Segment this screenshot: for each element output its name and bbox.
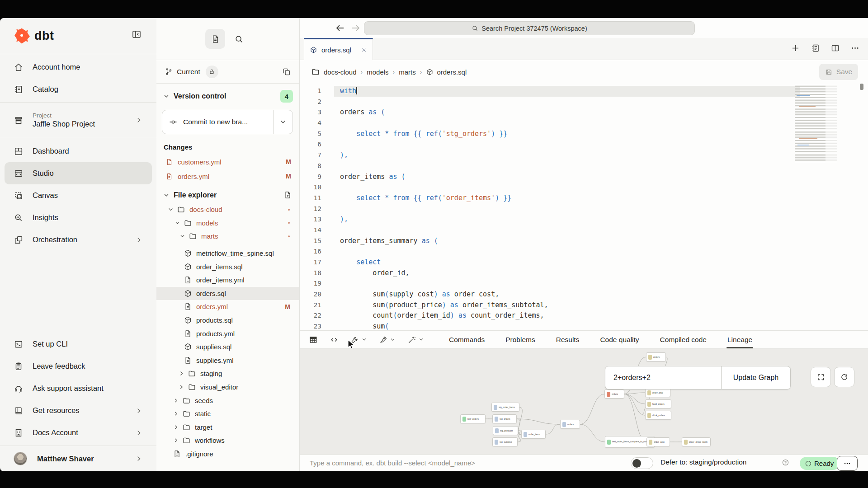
lineage-node[interactable]: drink_orders [645, 411, 671, 420]
tree-row[interactable]: target [156, 421, 299, 434]
code-line[interactable]: 8 [300, 161, 868, 172]
new-file-icon[interactable] [283, 191, 292, 199]
tree-row[interactable]: visual_editor [156, 380, 299, 394]
tree-row[interactable]: orders.yml M [156, 300, 299, 314]
lineage-node[interactable]: orders [560, 420, 580, 429]
new-tab-icon[interactable] [791, 43, 800, 53]
ai-fix-button[interactable] [407, 335, 424, 344]
tree-row[interactable]: models ● [156, 216, 299, 230]
bottom-panel-tab[interactable]: Results [556, 331, 580, 348]
help-icon[interactable] [782, 459, 789, 466]
tree-row[interactable]: .gitignore [156, 447, 299, 461]
lineage-node[interactable]: order_cost [646, 437, 670, 446]
code-line[interactable]: 1with [300, 86, 868, 97]
code-line[interactable]: 10 [300, 182, 868, 193]
tree-row[interactable]: orders.sql [156, 287, 299, 300]
breadcrumb-file[interactable]: orders.sql [426, 68, 467, 76]
lineage-node[interactable]: orders [604, 389, 624, 399]
defer-toggle[interactable] [631, 457, 653, 469]
code-line[interactable]: 13), [300, 214, 868, 225]
copy-icon[interactable] [282, 67, 291, 76]
code-editor[interactable]: 1with23orders as (45 select * from {{ re… [300, 84, 868, 330]
code-line[interactable]: 23 sum( [300, 321, 868, 330]
tree-row[interactable]: order_items.sql [156, 260, 299, 273]
code-line[interactable]: 20 sum(supply_cost) as order_cost, [300, 289, 868, 300]
bottom-panel-tab[interactable]: Lineage [727, 331, 752, 348]
lineage-node[interactable]: order_items [521, 430, 546, 439]
lineage-panel[interactable]: raw_ordersstg_order_itemsstg_ordersstg_p… [300, 349, 868, 455]
tree-row[interactable]: metricflow_time_spine.sql [156, 247, 299, 260]
sidebar-item[interactable]: Set up CLI [5, 333, 152, 355]
tree-row[interactable]: staging [156, 367, 299, 380]
forward-arrow-icon[interactable] [350, 23, 361, 33]
collapse-sidebar-icon[interactable] [131, 29, 142, 40]
sidebar-item[interactable]: Docs Account [5, 422, 152, 444]
build-tools-button[interactable] [350, 335, 367, 344]
tab-orders-sql[interactable]: orders.sql [304, 38, 373, 60]
code-line[interactable]: 17 select [300, 257, 868, 268]
bottom-panel-tab[interactable]: Code quality [600, 331, 639, 348]
minimap[interactable] [795, 85, 837, 163]
commit-button[interactable]: Commit to new bra... [162, 110, 293, 134]
code-line[interactable]: 2 [300, 97, 868, 108]
breadcrumb-item[interactable]: models › [367, 68, 399, 76]
code-line[interactable]: 3orders as ( [300, 107, 868, 118]
branch-row[interactable]: Current [156, 60, 299, 84]
tree-row[interactable]: seeds [156, 394, 299, 407]
commit-options-button[interactable] [274, 118, 292, 126]
lineage-fullscreen-button[interactable] [811, 367, 831, 387]
tree-row[interactable]: docs-cloud ● [156, 203, 299, 216]
changed-file-row[interactable]: customers.yml M [156, 155, 299, 169]
code-line[interactable]: 18 order_id, [300, 268, 868, 279]
code-line[interactable]: 22 count(order_item_id) as count_order_i… [300, 310, 868, 321]
search-view-button[interactable] [231, 32, 246, 46]
more-actions-button[interactable] [837, 456, 858, 471]
update-graph-button[interactable]: Update Graph [721, 366, 790, 389]
split-editor-icon[interactable] [830, 43, 840, 53]
notebook-icon[interactable] [811, 43, 820, 53]
breadcrumb-item[interactable]: docs-cloud › [324, 68, 367, 76]
sidebar-item[interactable]: Canvas [5, 184, 152, 206]
lineage-node[interactable]: order_total [645, 388, 670, 397]
code-line[interactable]: 21 sum(product_price) as order_items_sub… [300, 300, 868, 311]
results-table-button[interactable] [309, 335, 318, 344]
command-input[interactable]: Type a command, ex. dbt build --select <… [310, 459, 475, 467]
code-line[interactable]: 4 [300, 118, 868, 129]
code-line[interactable]: 5 select * from {{ ref('stg_orders') }} [300, 129, 868, 140]
sidebar-item[interactable]: Studio [5, 162, 152, 184]
lineage-node[interactable]: stg_products [493, 426, 518, 435]
lineage-node[interactable]: order_gross_profit [682, 437, 711, 446]
lineage-refresh-button[interactable] [834, 367, 854, 387]
code-line[interactable]: 15order_items_summary as ( [300, 236, 868, 247]
code-line[interactable]: 16 [300, 246, 868, 257]
version-control-header[interactable]: Version control 4 [156, 84, 299, 107]
code-line[interactable]: 7), [300, 150, 868, 161]
search-input[interactable]: Search Project 372475 (Workspace) [364, 21, 695, 35]
sidebar-item[interactable]: Get resources [5, 399, 152, 422]
more-options-icon[interactable] [850, 43, 860, 53]
lineage-selector-input[interactable]: 2+orders+2 [605, 366, 721, 389]
sidebar-item[interactable]: Dashboard [5, 140, 152, 162]
code-line[interactable]: 9order_items as ( [300, 172, 868, 183]
lineage-node[interactable]: food_orders [645, 399, 671, 408]
tree-row[interactable]: order_items.yml [156, 273, 299, 287]
tree-row[interactable]: products.sql [156, 314, 299, 327]
code-line[interactable]: 6 [300, 139, 868, 150]
tree-row[interactable]: products.yml [156, 327, 299, 340]
scrollbar-thumb[interactable] [860, 84, 863, 90]
sidebar-item[interactable]: Leave feedback [5, 355, 152, 377]
tree-row[interactable]: marts ● [156, 230, 299, 243]
lineage-node[interactable]: orders [646, 352, 666, 361]
tree-row[interactable]: supplies.yml [156, 354, 299, 367]
sidebar-item-project[interactable]: Project Jaffle Shop Project [5, 103, 152, 138]
code-line[interactable]: 14 [300, 225, 868, 236]
sidebar-item[interactable]: Ask support assistant [5, 377, 152, 399]
save-button[interactable]: Save [819, 64, 858, 80]
lineage-node[interactable]: stg_supplies [492, 437, 518, 446]
lineage-node[interactable]: raw_orders [460, 414, 486, 423]
lineage-node[interactable]: stg_order_items [491, 403, 519, 412]
format-button[interactable] [379, 335, 396, 344]
code-line[interactable]: 12 [300, 204, 868, 215]
close-icon[interactable] [361, 47, 367, 53]
sidebar-item[interactable]: Catalog [5, 78, 152, 100]
